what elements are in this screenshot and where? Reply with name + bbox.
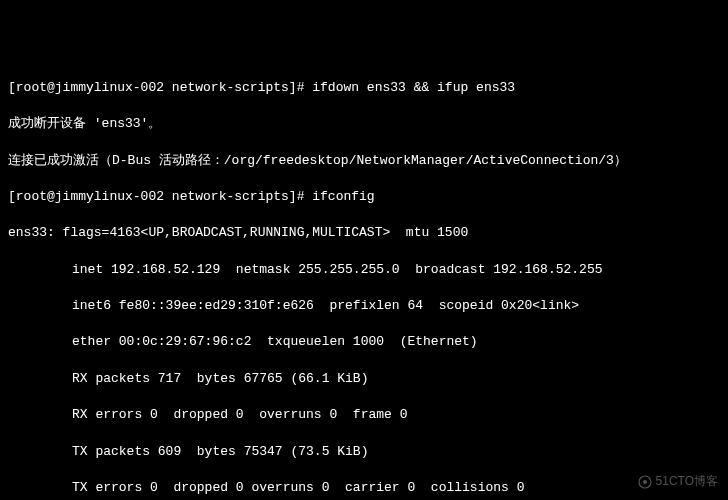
shell-prompt: [root@jimmylinux-002 network-scripts]# xyxy=(8,80,312,95)
ens33-rx-errors: RX errors 0 dropped 0 overruns 0 frame 0 xyxy=(8,406,720,424)
ens33-inet6: inet6 fe80::39ee:ed29:310f:e626 prefixle… xyxy=(8,297,720,315)
command-text: ifconfig xyxy=(312,189,374,204)
ens33-inet: inet 192.168.52.129 netmask 255.255.255.… xyxy=(8,261,720,279)
prompt-line-1: [root@jimmylinux-002 network-scripts]# i… xyxy=(8,79,720,97)
command-text: ifdown ens33 && ifup ens33 xyxy=(312,80,515,95)
watermark-text: 51CTO博客 xyxy=(656,474,718,488)
logo-icon xyxy=(638,475,652,489)
ens33-header: ens33: flags=4163<UP,BROADCAST,RUNNING,M… xyxy=(8,224,720,242)
watermark: 51CTO博客 xyxy=(631,456,718,490)
ens33-tx-packets: TX packets 609 bytes 75347 (73.5 KiB) xyxy=(8,443,720,461)
ens33-rx-packets: RX packets 717 bytes 67765 (66.1 KiB) xyxy=(8,370,720,388)
ens33-ether: ether 00:0c:29:67:96:c2 txqueuelen 1000 … xyxy=(8,333,720,351)
ens33-tx-errors: TX errors 0 dropped 0 overruns 0 carrier… xyxy=(8,479,720,497)
shell-prompt: [root@jimmylinux-002 network-scripts]# xyxy=(8,189,312,204)
output-activate: 连接已成功激活（D-Bus 活动路径：/org/freedesktop/Netw… xyxy=(8,152,720,170)
svg-point-1 xyxy=(643,480,647,484)
prompt-line-2: [root@jimmylinux-002 network-scripts]# i… xyxy=(8,188,720,206)
output-disconnect: 成功断开设备 'ens33'。 xyxy=(8,115,720,133)
